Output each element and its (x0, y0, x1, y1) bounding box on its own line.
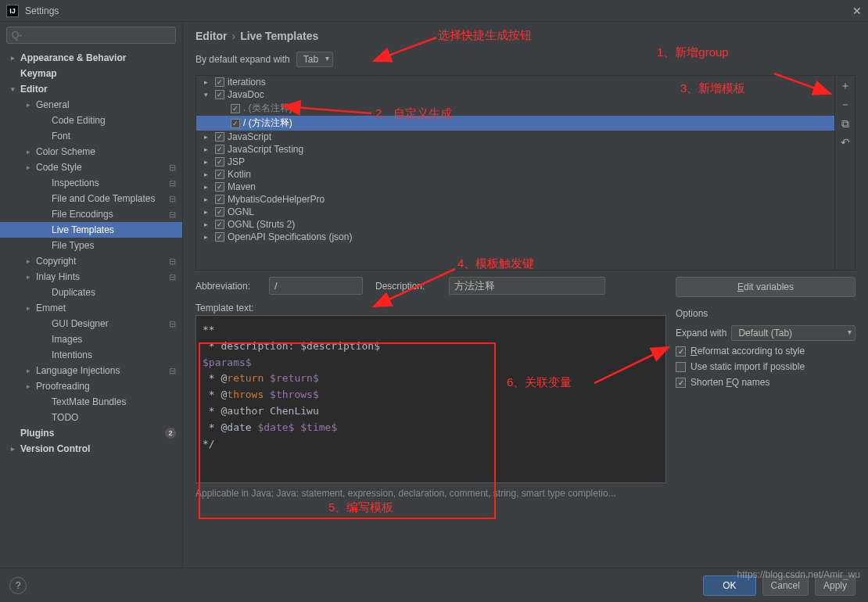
sidebar-item[interactable]: ▸Proofreading (0, 378, 182, 394)
reformat-checkbox[interactable] (676, 346, 686, 357)
template-item[interactable]: ▸OGNL (196, 206, 834, 218)
help-button[interactable]: ? (9, 577, 27, 594)
search-input[interactable] (6, 27, 176, 44)
settings-sidebar: ▸Appearance & BehaviorKeymap▾Editor▸Gene… (0, 22, 183, 577)
sidebar-item[interactable]: ▸Copyright⊟ (0, 253, 182, 269)
sidebar-item[interactable]: ▸Inlay Hints⊟ (0, 269, 182, 285)
abbr-label: Abbreviation: (195, 281, 263, 292)
sidebar-item[interactable]: Intentions (0, 347, 182, 363)
template-text-area[interactable]: ** * description: $description$ $params$… (195, 315, 666, 483)
window-title: Settings (25, 5, 852, 16)
close-icon[interactable]: ✕ (852, 5, 862, 17)
template-item[interactable]: ▸JavaScript (196, 131, 834, 143)
copy-icon[interactable]: ⧉ (838, 116, 852, 131)
description-input[interactable] (449, 277, 605, 295)
sidebar-item[interactable]: ▸General (0, 97, 182, 113)
abbreviation-input[interactable] (269, 277, 363, 295)
watermark: https://blog.csdn.net/Amir_wu (737, 569, 860, 580)
shorten-label: Shorten FQ names (690, 377, 769, 388)
sidebar-item[interactable]: ▸Version Control (0, 441, 182, 457)
sidebar-item[interactable]: ▾Editor (0, 81, 182, 97)
expand-with-combo[interactable]: Default (Tab) (731, 325, 855, 341)
template-list[interactable]: ▸iterations▾JavaDoc. (类名注释)/ (方法注释)▸Java… (195, 75, 835, 271)
template-item[interactable]: ▸iterations (196, 76, 834, 88)
sidebar-item[interactable]: ▸Appearance & Behavior (0, 50, 182, 66)
static-import-label: Use static import if possible (690, 361, 805, 372)
template-item[interactable]: ▸JavaScript Testing (196, 143, 834, 156)
template-item[interactable]: ▸MybatisCodeHelperPro (196, 193, 834, 206)
sidebar-item[interactable]: Inspections⊟ (0, 175, 182, 191)
sidebar-item[interactable]: TODO (0, 410, 182, 425)
sidebar-item[interactable]: Keymap (0, 66, 182, 81)
sidebar-item[interactable]: ▸Code Style⊟ (0, 159, 182, 175)
template-item[interactable]: ▸OGNL (Struts 2) (196, 218, 834, 231)
expand-combo[interactable]: Tab (296, 52, 333, 67)
template-item[interactable]: ▸Kotlin (196, 168, 834, 181)
sidebar-item[interactable]: File and Code Templates⊟ (0, 191, 182, 206)
sidebar-item[interactable]: ▸Color Scheme (0, 144, 182, 159)
sidebar-item[interactable]: File Types (0, 238, 182, 253)
sidebar-item[interactable]: Images (0, 331, 182, 347)
edit-variables-button[interactable]: EEdit variablesdit variables (676, 277, 855, 297)
breadcrumb: Editor›Live Templates (183, 22, 868, 47)
main-panel: Editor›Live Templates By default expand … (183, 22, 868, 577)
sidebar-item[interactable]: Font (0, 128, 182, 144)
sidebar-item[interactable]: Duplicates (0, 285, 182, 300)
app-icon: IJ (6, 5, 19, 17)
sidebar-item[interactable]: ▸Emmet (0, 300, 182, 316)
add-icon[interactable]: ＋ (838, 79, 852, 93)
sidebar-item[interactable]: Live Templates (0, 222, 182, 238)
sidebar-item[interactable]: GUI Designer⊟ (0, 316, 182, 331)
template-text-label: Template text: (195, 303, 666, 314)
sidebar-item[interactable]: Plugins2 (0, 425, 182, 441)
applicable-label: Applicable in Java; Java: statement, exp… (195, 488, 855, 499)
template-item[interactable]: ▸Maven (196, 181, 834, 193)
sidebar-item[interactable]: TextMate Bundles (0, 394, 182, 410)
shorten-checkbox[interactable] (676, 378, 686, 388)
remove-icon[interactable]: － (838, 98, 852, 112)
sidebar-item[interactable]: Code Editing (0, 113, 182, 128)
static-import-checkbox[interactable] (676, 362, 686, 372)
desc-label: Description: (375, 281, 443, 292)
template-item[interactable]: ▸JSP (196, 156, 834, 168)
template-item[interactable]: ▸OpenAPI Specifications (json) (196, 231, 834, 243)
expand-label: By default expand with (195, 54, 290, 65)
revert-icon[interactable]: ↶ (838, 135, 852, 149)
reformat-label: Reformat according to style (690, 346, 805, 357)
titlebar: IJ Settings ✕ (0, 0, 868, 22)
settings-tree[interactable]: ▸Appearance & BehaviorKeymap▾Editor▸Gene… (0, 48, 182, 577)
sidebar-item[interactable]: File Encodings⊟ (0, 206, 182, 222)
template-item[interactable]: / (方法注释) (196, 116, 834, 131)
expand-with-label: Expand with (676, 328, 726, 339)
template-item[interactable]: . (类名注释) (196, 101, 834, 116)
template-item[interactable]: ▾JavaDoc (196, 88, 834, 101)
template-toolbar: ＋ － ⧉ ↶ (835, 75, 855, 271)
options-label: Options (676, 308, 855, 319)
sidebar-item[interactable]: ▸Language Injections⊟ (0, 363, 182, 378)
